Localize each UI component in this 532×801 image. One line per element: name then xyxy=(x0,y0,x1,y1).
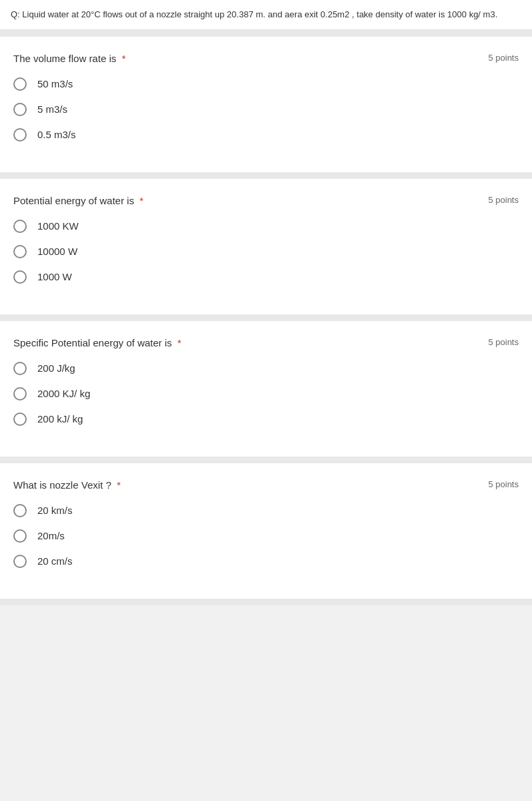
option-label-q3b: 2000 KJ/ kg xyxy=(37,388,90,399)
points-label-q2: 5 points xyxy=(488,195,519,205)
option-label-q3a: 200 J/kg xyxy=(37,362,75,374)
separator-q1 xyxy=(0,172,532,179)
option-item-q4b[interactable]: 20m/s xyxy=(13,529,519,543)
question-section-q4: What is nozzle Vexit ? *5 points20 km/s2… xyxy=(0,463,532,599)
radio-q2c[interactable] xyxy=(13,270,27,284)
option-item-q1b[interactable]: 5 m3/s xyxy=(13,103,519,116)
question-title-q2: Potential energy of water is * xyxy=(13,195,144,206)
question-title-q1: The volume flow rate is * xyxy=(13,53,125,64)
option-item-q2c[interactable]: 1000 W xyxy=(13,270,519,284)
option-label-q1c: 0.5 m3/s xyxy=(37,129,76,140)
separator-q3 xyxy=(0,457,532,463)
question-header-q3: Specific Potential energy of water is *5… xyxy=(13,337,519,348)
points-label-q1: 5 points xyxy=(488,53,519,63)
option-item-q1a[interactable]: 50 m3/s xyxy=(13,77,519,91)
options-list-q2: 1000 KW10000 W1000 W xyxy=(13,220,519,284)
problem-text: Q: Liquid water at 20°C flows out of a n… xyxy=(11,8,521,21)
question-title-q3: Specific Potential energy of water is * xyxy=(13,337,182,348)
option-item-q2a[interactable]: 1000 KW xyxy=(13,220,519,233)
option-label-q2a: 1000 KW xyxy=(37,220,79,232)
option-item-q3a[interactable]: 200 J/kg xyxy=(13,362,519,375)
option-item-q3b[interactable]: 2000 KJ/ kg xyxy=(13,387,519,400)
option-label-q1a: 50 m3/s xyxy=(37,78,73,89)
option-item-q4c[interactable]: 20 cm/s xyxy=(13,555,519,568)
required-star-q2: * xyxy=(137,195,144,206)
option-item-q4a[interactable]: 20 km/s xyxy=(13,504,519,517)
radio-q4c[interactable] xyxy=(13,555,27,568)
option-label-q1b: 5 m3/s xyxy=(37,103,67,115)
option-item-q2b[interactable]: 10000 W xyxy=(13,245,519,258)
options-list-q4: 20 km/s20m/s20 cm/s xyxy=(13,504,519,568)
questions-container: The volume flow rate is *5 points50 m3/s… xyxy=(0,37,532,605)
problem-header: Q: Liquid water at 20°C flows out of a n… xyxy=(0,0,532,30)
separator-q4 xyxy=(0,599,532,605)
radio-q3c[interactable] xyxy=(13,413,27,426)
option-label-q2c: 1000 W xyxy=(37,271,72,282)
points-label-q4: 5 points xyxy=(488,479,519,489)
question-section-q1: The volume flow rate is *5 points50 m3/s… xyxy=(0,37,532,172)
radio-q3a[interactable] xyxy=(13,362,27,375)
option-label-q4b: 20m/s xyxy=(37,530,65,541)
question-header-q4: What is nozzle Vexit ? *5 points xyxy=(13,479,519,491)
question-title-q4: What is nozzle Vexit ? * xyxy=(13,479,121,491)
option-label-q4a: 20 km/s xyxy=(37,505,73,516)
required-star-q3: * xyxy=(175,337,182,348)
radio-q3b[interactable] xyxy=(13,387,27,400)
radio-q2a[interactable] xyxy=(13,220,27,233)
radio-q1c[interactable] xyxy=(13,128,27,142)
question-section-q2: Potential energy of water is *5 points10… xyxy=(0,179,532,314)
question-header-q2: Potential energy of water is *5 points xyxy=(13,195,519,206)
radio-q1b[interactable] xyxy=(13,103,27,116)
option-label-q4c: 20 cm/s xyxy=(37,555,73,567)
radio-q4a[interactable] xyxy=(13,504,27,517)
option-label-q3c: 200 kJ/ kg xyxy=(37,413,83,425)
radio-q1a[interactable] xyxy=(13,77,27,91)
required-star-q4: * xyxy=(114,479,121,491)
separator-q2 xyxy=(0,314,532,321)
question-header-q1: The volume flow rate is *5 points xyxy=(13,53,519,64)
options-list-q3: 200 J/kg2000 KJ/ kg200 kJ/ kg xyxy=(13,362,519,426)
section-separator-top xyxy=(0,30,532,37)
options-list-q1: 50 m3/s5 m3/s0.5 m3/s xyxy=(13,77,519,142)
points-label-q3: 5 points xyxy=(488,337,519,347)
required-star-q1: * xyxy=(119,53,125,64)
radio-q4b[interactable] xyxy=(13,529,27,543)
option-item-q3c[interactable]: 200 kJ/ kg xyxy=(13,413,519,426)
option-label-q2b: 10000 W xyxy=(37,246,77,257)
option-item-q1c[interactable]: 0.5 m3/s xyxy=(13,128,519,142)
question-section-q3: Specific Potential energy of water is *5… xyxy=(0,321,532,457)
radio-q2b[interactable] xyxy=(13,245,27,258)
